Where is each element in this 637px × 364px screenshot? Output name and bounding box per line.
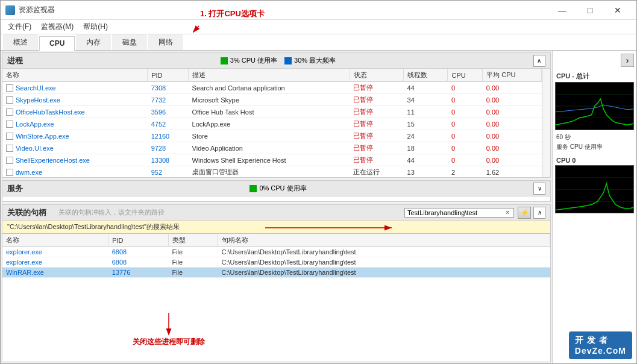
right-panel-toggle[interactable]: › bbox=[621, 54, 634, 67]
col-status[interactable]: 状态 bbox=[350, 69, 403, 82]
process-checkbox[interactable] bbox=[6, 96, 13, 104]
handles-col-type[interactable]: 类型 bbox=[168, 234, 218, 247]
process-name-text: SearchUI.exe bbox=[16, 84, 56, 92]
process-status: 已暂停 bbox=[350, 94, 403, 106]
cpu-usage-text: 3% CPU 使用率 bbox=[230, 56, 277, 65]
service-cpu-label: 服务 CPU 使用率 bbox=[555, 142, 634, 152]
search-go-button[interactable]: ⚡ bbox=[518, 207, 531, 219]
process-checkbox[interactable] bbox=[6, 133, 13, 140]
process-cpu: 0 bbox=[448, 82, 483, 94]
process-scrollbar[interactable] bbox=[542, 69, 550, 177]
menu-help[interactable]: 帮助(H) bbox=[78, 20, 113, 33]
handles-col-name[interactable]: 名称 bbox=[2, 234, 108, 247]
process-name-cell: Video.UI.exe bbox=[2, 142, 148, 154]
tab-memory[interactable]: 内存 bbox=[76, 34, 111, 50]
cpu-usage-stat: 3% CPU 使用率 bbox=[221, 56, 277, 65]
menu-file[interactable]: 文件(F) bbox=[3, 20, 36, 33]
process-checkbox[interactable] bbox=[6, 108, 13, 116]
services-cpu-icon bbox=[249, 185, 257, 192]
process-pid: 4752 bbox=[148, 118, 189, 130]
process-name-cell: SearchUI.exe bbox=[2, 82, 148, 94]
table-row[interactable]: WinRAR.exe 13776 File C:\Users\lan\Deskt… bbox=[2, 268, 550, 278]
process-pid: 952 bbox=[148, 166, 189, 178]
handles-col-handle[interactable]: 句柄名称 bbox=[218, 234, 550, 247]
handle-pid: 6808 bbox=[108, 257, 169, 268]
handles-col-pid[interactable]: PID bbox=[108, 234, 169, 247]
services-collapse-button[interactable]: ∨ bbox=[533, 183, 545, 195]
freq-icon bbox=[284, 57, 292, 64]
process-status: 已暂停 bbox=[350, 130, 403, 142]
handles-search-controls: ✕ ⚡ ∧ bbox=[404, 207, 545, 219]
process-table-wrapper: 名称 PID 描述 状态 线程数 CPU 平均 CPU bbox=[2, 69, 550, 177]
table-row[interactable]: OfficeHubTaskHost.exe 3596 Office Hub Ta… bbox=[2, 106, 542, 118]
col-cpu[interactable]: CPU bbox=[448, 69, 483, 82]
table-row[interactable]: SearchUI.exe 7308 Search and Cortana app… bbox=[2, 82, 542, 94]
process-table-container[interactable]: 名称 PID 描述 状态 线程数 CPU 平均 CPU bbox=[2, 69, 542, 177]
handles-collapse-button[interactable]: ∧ bbox=[533, 207, 545, 219]
table-row[interactable]: dwm.exe 952 桌面窗口管理器 正在运行 13 2 1.62 bbox=[2, 166, 542, 178]
process-name-text: SkypeHost.exe bbox=[16, 96, 60, 104]
process-threads: 44 bbox=[404, 154, 448, 166]
handle-type: File bbox=[168, 268, 218, 278]
search-clear-button[interactable]: ✕ bbox=[504, 209, 511, 216]
process-status: 已暂停 bbox=[350, 142, 403, 154]
table-row[interactable]: explorer.exe 6808 File C:\Users\lan\Desk… bbox=[2, 257, 550, 268]
process-checkbox[interactable] bbox=[6, 84, 13, 92]
process-table: 名称 PID 描述 状态 线程数 CPU 平均 CPU bbox=[2, 69, 542, 177]
col-pid[interactable]: PID bbox=[148, 69, 189, 82]
process-pid: 13308 bbox=[148, 154, 189, 166]
col-threads[interactable]: 线程数 bbox=[404, 69, 448, 82]
services-stats: 0% CPU 使用率 bbox=[249, 184, 306, 193]
process-avg-cpu: 0.00 bbox=[483, 106, 542, 118]
process-desc: Office Hub Task Host bbox=[189, 106, 350, 118]
cpu-total-title: CPU - 总计 bbox=[555, 69, 634, 82]
process-checkbox[interactable] bbox=[6, 121, 13, 128]
handle-pid: 13776 bbox=[108, 268, 169, 278]
table-row[interactable]: WinStore.App.exe 12160 Store 已暂停 24 0 0.… bbox=[2, 130, 542, 142]
close-button[interactable]: ✕ bbox=[604, 1, 632, 20]
tab-disk[interactable]: 磁盘 bbox=[112, 34, 147, 50]
handles-search-area: 关联的句柄 关联的句柄冲输入，该文件夹的路径 bbox=[7, 207, 165, 218]
process-name-text: ShellExperienceHost.exe bbox=[16, 157, 90, 164]
col-desc[interactable]: 描述 bbox=[189, 69, 350, 82]
window-title: 资源监视器 bbox=[19, 5, 55, 15]
process-checkbox[interactable] bbox=[6, 145, 13, 152]
handles-search-input[interactable] bbox=[407, 209, 504, 216]
tab-network[interactable]: 网络 bbox=[148, 34, 183, 50]
menu-monitor[interactable]: 监视器(M) bbox=[36, 20, 78, 33]
table-row[interactable]: LockApp.exe 4752 LockApp.exe 已暂停 15 0 0.… bbox=[2, 118, 542, 130]
process-name-text: Video.UI.exe bbox=[16, 145, 54, 152]
handle-name: explorer.exe bbox=[2, 247, 108, 257]
tab-overview[interactable]: 概述 bbox=[3, 34, 38, 50]
process-checkbox[interactable] bbox=[6, 169, 13, 176]
process-checkbox[interactable] bbox=[6, 157, 13, 164]
process-avg-cpu: 0.00 bbox=[483, 130, 542, 142]
process-cpu: 0 bbox=[448, 94, 483, 106]
handle-name: WinRAR.exe bbox=[2, 268, 108, 278]
maximize-button[interactable]: □ bbox=[576, 1, 604, 20]
process-name-cell: dwm.exe bbox=[2, 166, 148, 178]
process-pid: 3596 bbox=[148, 106, 189, 118]
tab-cpu[interactable]: CPU bbox=[39, 36, 75, 51]
handles-hint: 关联的句柄冲输入，该文件夹的路径 bbox=[58, 208, 165, 217]
process-name-cell: SkypeHost.exe bbox=[2, 94, 148, 106]
process-desc: Windows Shell Experience Host bbox=[189, 154, 350, 166]
title-bar: 资源监视器 — □ ✕ bbox=[1, 1, 636, 20]
handle-path: C:\Users\lan\Desktop\TestLibraryhandling… bbox=[218, 257, 550, 268]
process-title: 进程 bbox=[7, 55, 23, 66]
process-collapse-button[interactable]: ∧ bbox=[533, 55, 545, 67]
process-desc: Search and Cortana application bbox=[189, 82, 350, 94]
col-name[interactable]: 名称 bbox=[2, 69, 148, 82]
minimize-button[interactable]: — bbox=[548, 1, 576, 20]
table-row[interactable]: Video.UI.exe 9728 Video Application 已暂停 … bbox=[2, 142, 542, 154]
col-avg-cpu[interactable]: 平均 CPU bbox=[483, 69, 542, 82]
handles-header: 关联的句柄 关联的句柄冲输入，该文件夹的路径 ✕ ⚡ ∧ bbox=[2, 205, 550, 221]
search-input-wrapper[interactable]: ✕ bbox=[404, 208, 514, 218]
handles-table-container[interactable]: 名称 PID 类型 句柄名称 explorer.exe 6808 File C:… bbox=[2, 234, 550, 362]
process-desc: Store bbox=[189, 130, 350, 142]
table-row[interactable]: ShellExperienceHost.exe 13308 Windows Sh… bbox=[2, 154, 542, 166]
table-row[interactable]: explorer.exe 6808 File C:\Users\lan\Desk… bbox=[2, 247, 550, 257]
table-row[interactable]: SkypeHost.exe 7732 Microsoft Skype 已暂停 3… bbox=[2, 94, 542, 106]
process-cpu: 0 bbox=[448, 106, 483, 118]
process-threads: 18 bbox=[404, 142, 448, 154]
